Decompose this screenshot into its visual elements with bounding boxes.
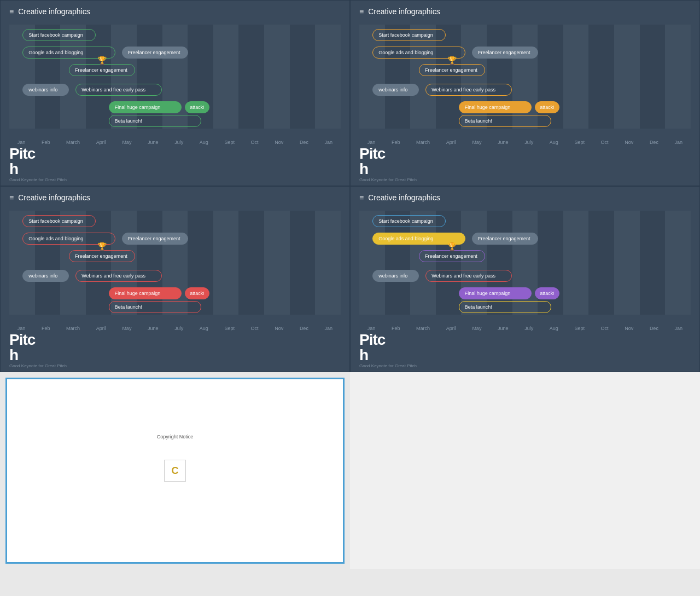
slide-1-header: ≡ Creative infographics	[9, 7, 341, 16]
slide-2-header: ≡ Creative infographics	[359, 7, 691, 16]
menu-icon-4[interactable]: ≡	[359, 193, 364, 202]
item-attack-1: attack!	[185, 101, 209, 113]
pitch-label-4: Pitch	[359, 332, 417, 363]
slide-3-header: ≡ Creative infographics	[9, 193, 341, 202]
copyright-logo: C	[164, 460, 186, 482]
empty-panel	[350, 372, 700, 569]
item-final-2: Final huge campaign	[459, 101, 532, 113]
item-freelancer-2a: Freelancer engagement	[472, 47, 538, 59]
item-attack-2: attack!	[535, 101, 559, 113]
item-webinars-info-4: webinars info	[372, 270, 419, 282]
item-final-3: Final huge campaign	[109, 287, 182, 299]
item-webinars-info-1: webinars info	[22, 84, 69, 96]
timeline-4: Start facebook campaign Google ads and b…	[359, 211, 691, 331]
slide-4: ≡ Creative infographics Start facebook c…	[350, 186, 700, 372]
timeline-labels-2: JanFebMarchAprilMayJune JulyAugSeptOctNo…	[359, 140, 691, 145]
pitch-sub-2: Good Keynote for Great Pitch	[359, 177, 417, 182]
pitch-label-2: Pitch	[359, 146, 417, 177]
pitch-label-3: Pitch	[9, 332, 67, 363]
item-start-fb-4: Start facebook campaign	[372, 215, 445, 227]
item-webinars-pass-1: Webinars and free early pass	[75, 84, 162, 96]
copyright-card: Copyright Notice C	[5, 378, 345, 564]
item-freelancer-1a: Freelancer engagement	[122, 47, 188, 59]
item-webinars-pass-2: Webinars and free early pass	[425, 84, 512, 96]
item-attack-3: attack!	[185, 287, 209, 299]
timeline-1: Start facebook campaign Google ads and b…	[9, 25, 341, 145]
item-webinars-pass-4: Webinars and free early pass	[425, 270, 512, 282]
item-beta-4: Beta launch!	[459, 301, 552, 313]
pitch-sub-4: Good Keynote for Great Pitch	[359, 363, 417, 368]
timeline-labels-4: JanFebMarchAprilMayJune JulyAugSeptOctNo…	[359, 326, 691, 331]
slide-1-footer: Pitch Good Keynote for Great Pitch	[9, 146, 67, 182]
item-freelancer-2b: 🏆 Freelancer engagement	[419, 64, 485, 76]
item-beta-1: Beta launch!	[109, 115, 202, 127]
bottom-row: Copyright Notice C	[0, 372, 700, 569]
item-freelancer-4a: Freelancer engagement	[472, 233, 538, 245]
item-webinars-info-3: webinars info	[22, 270, 69, 282]
slide-2-title: Creative infographics	[368, 7, 440, 16]
item-beta-3: Beta launch!	[109, 301, 202, 313]
item-start-fb-2: Start facebook campaign	[372, 29, 445, 41]
item-beta-2: Beta launch!	[459, 115, 552, 127]
item-start-fb-3: Start facebook campaign	[22, 215, 95, 227]
slide-4-header: ≡ Creative infographics	[359, 193, 691, 202]
slide-2: ≡ Creative infographics Start facebook c…	[350, 0, 700, 186]
timeline-labels-1: JanFebMarchAprilMayJune JulyAugSeptOctNo…	[9, 140, 341, 145]
slide-1: ≡ Creative infographics Start facebook c…	[0, 0, 350, 186]
menu-icon-2[interactable]: ≡	[359, 7, 364, 16]
item-start-fb-1: Start facebook campaign	[22, 29, 95, 41]
timeline-2: Start facebook campaign Google ads and b…	[359, 25, 691, 145]
copyright-notice: Copyright Notice	[157, 434, 194, 439]
slide-2-footer: Pitch Good Keynote for Great Pitch	[359, 146, 417, 182]
slide-1-title: Creative infographics	[18, 7, 90, 16]
pitch-sub-1: Good Keynote for Great Pitch	[9, 177, 67, 182]
item-attack-4: attack!	[535, 287, 559, 299]
menu-icon-1[interactable]: ≡	[9, 7, 14, 16]
timeline-labels-3: JanFebMarchAprilMayJune JulyAugSeptOctNo…	[9, 326, 341, 331]
item-freelancer-4b: 🏆 Freelancer engagement	[419, 250, 485, 262]
copyright-logo-letter: C	[172, 465, 179, 477]
pitch-label-1: Pitch	[9, 146, 67, 177]
slide-3-title: Creative infographics	[18, 193, 90, 202]
item-webinars-info-2: webinars info	[372, 84, 419, 96]
main-grid: ≡ Creative infographics Start facebook c…	[0, 0, 700, 372]
timeline-3: Start facebook campaign Google ads and b…	[9, 211, 341, 331]
item-freelancer-1b: 🏆 Freelancer engagement	[69, 64, 135, 76]
slide-4-title: Creative infographics	[368, 193, 440, 202]
item-webinars-pass-3: Webinars and free early pass	[75, 270, 162, 282]
item-final-4: Final huge campaign	[459, 287, 532, 299]
slide-4-footer: Pitch Good Keynote for Great Pitch	[359, 332, 417, 368]
slide-3-footer: Pitch Good Keynote for Great Pitch	[9, 332, 67, 368]
item-freelancer-3b: 🏆 Freelancer engagement	[69, 250, 135, 262]
menu-icon-3[interactable]: ≡	[9, 193, 14, 202]
slide-3: ≡ Creative infographics Start facebook c…	[0, 186, 350, 372]
item-final-1: Final huge campaign	[109, 101, 182, 113]
pitch-sub-3: Good Keynote for Great Pitch	[9, 363, 67, 368]
copyright-panel: Copyright Notice C	[0, 372, 350, 569]
item-freelancer-3a: Freelancer engagement	[122, 233, 188, 245]
